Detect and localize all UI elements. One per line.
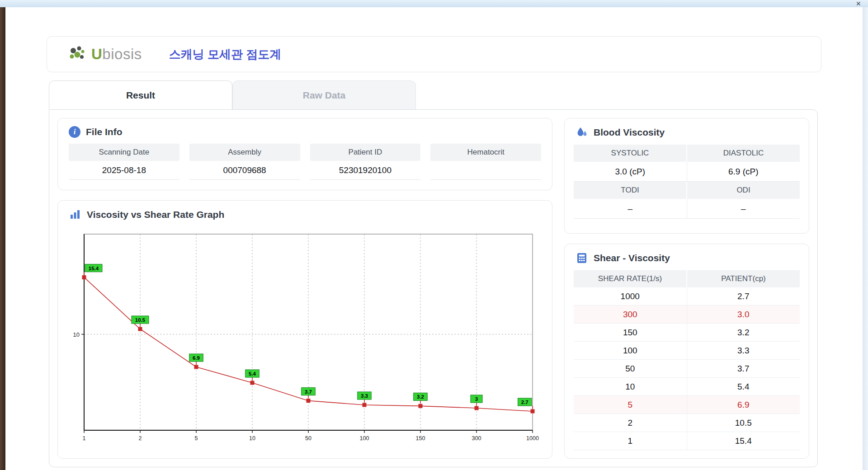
bv-metric-value: 3.0 (cP) — [574, 162, 687, 182]
file-info-title: File Info — [86, 127, 123, 137]
bv-value-row: 3.0 (cP)6.9 (cP) — [574, 162, 800, 182]
logo-wordmark: Ubiosis — [91, 46, 142, 63]
blood-viscosity-card: Blood Viscosity SYSTOLICDIASTOLIC3.0 (cP… — [564, 118, 809, 234]
data-point-label: 3.7 — [305, 389, 312, 395]
data-point-label: 6.9 — [193, 355, 200, 361]
shear-rate-value: 50 — [574, 360, 687, 378]
x-axis-tick-label: 2 — [138, 435, 142, 442]
graph-title: Viscosity vs Shear Rate Graph — [87, 209, 224, 220]
shear-column-header: PATIENT(cp) — [686, 270, 800, 287]
shear-viscosity-card: Shear - Viscosity SHEAR RATE(1/s)PATIENT… — [564, 244, 809, 459]
bv-label-row: SYSTOLICDIASTOLIC — [574, 145, 800, 162]
patient-viscosity-value: 10.5 — [687, 414, 800, 432]
tab-bar: Result Raw Data — [49, 80, 416, 109]
window-titlebar: × — [0, 0, 868, 7]
x-axis-tick-label: 300 — [472, 435, 481, 442]
table-icon — [576, 252, 588, 264]
data-point-label: 3.2 — [417, 394, 424, 400]
blood-viscosity-grid: SYSTOLICDIASTOLIC3.0 (cP)6.9 (cP)TODIODI… — [565, 144, 809, 219]
shear-rate-value: 300 — [574, 306, 687, 324]
file-info-field: Scanning Date2025-08-18 — [69, 144, 179, 180]
bv-metric-label: SYSTOLIC — [574, 145, 686, 162]
logo-leaf-icon — [68, 45, 89, 63]
data-point-marker — [250, 381, 254, 385]
viscosity-chart: 101251050100150300100015.410.56.95.43.73… — [68, 229, 542, 446]
field-label: Scanning Date — [69, 144, 179, 161]
app-title-korean: 스캐닝 모세관 점도계 — [169, 47, 281, 62]
field-value: 000709688 — [189, 161, 300, 180]
app-header: Ubiosis 스캐닝 모세관 점도계 — [47, 36, 821, 72]
graph-title-row: Viscosity vs Shear Rate Graph — [58, 201, 552, 226]
shear-table-row: 10002.7 — [574, 287, 800, 306]
shear-table-row: 1503.2 — [574, 324, 800, 342]
bar-chart-icon — [69, 208, 81, 221]
shear-table-row: 3003.0 — [574, 306, 800, 324]
bv-metric-value: – — [574, 199, 687, 219]
logo-letter-u: U — [91, 46, 102, 62]
tab-raw-data[interactable]: Raw Data — [232, 80, 416, 109]
right-column: Blood Viscosity SYSTOLICDIASTOLIC3.0 (cP… — [564, 118, 809, 459]
shear-rate-value: 150 — [574, 324, 687, 342]
info-icon: i — [69, 126, 80, 138]
shear-table-row: 210.5 — [574, 414, 800, 432]
x-axis-tick-label: 1000 — [526, 435, 539, 442]
shear-table-row: 1003.3 — [574, 342, 800, 360]
tab-result[interactable]: Result — [49, 80, 232, 109]
shear-rate-value: 5 — [574, 396, 687, 414]
file-info-field: Assembly000709688 — [189, 144, 300, 180]
patient-viscosity-value: 2.7 — [687, 287, 800, 306]
blood-viscosity-title: Blood Viscosity — [594, 127, 665, 138]
shear-rate-value: 10 — [574, 378, 687, 396]
data-point-label: 3.3 — [361, 393, 368, 399]
field-value: 2025-08-18 — [69, 161, 179, 180]
shear-column-header: SHEAR RATE(1/s) — [574, 270, 686, 287]
logo-letters-rest: biosis — [102, 46, 142, 62]
shear-rate-value: 2 — [574, 414, 687, 432]
patient-viscosity-value: 15.4 — [687, 432, 800, 450]
shear-table-header: SHEAR RATE(1/s)PATIENT(cp) — [574, 270, 800, 287]
desktop-background-right — [863, 0, 868, 470]
patient-viscosity-value: 5.4 — [687, 378, 800, 396]
file-info-field: Hematocrit — [430, 144, 541, 180]
file-info-fields: Scanning Date2025-08-18Assembly000709688… — [58, 143, 552, 180]
shear-table-row: 115.4 — [574, 432, 800, 450]
bv-value-row: –– — [574, 199, 800, 219]
data-point-label: 2.7 — [521, 400, 528, 405]
shear-table-row: 56.9 — [574, 396, 800, 414]
shear-table-body: 10002.73003.01503.21003.3503.7105.456.92… — [574, 287, 800, 450]
data-point-marker — [138, 327, 142, 331]
data-point-label: 10.5 — [135, 317, 145, 323]
file-info-field: Patient ID52301920100 — [310, 144, 421, 180]
shear-rate-value: 100 — [574, 342, 687, 360]
shear-table: SHEAR RATE(1/s)PATIENT(cp) 10002.73003.0… — [565, 269, 809, 455]
file-info-card: i File Info Scanning Date2025-08-18Assem… — [57, 118, 552, 190]
bv-label-row: TODIODI — [574, 182, 800, 199]
file-info-title-row: i File Info — [58, 118, 552, 143]
y-axis-tick-label: 10 — [73, 331, 79, 338]
data-point-marker — [194, 365, 198, 369]
data-point-label: 15.4 — [88, 266, 99, 271]
x-axis-tick-label: 100 — [359, 435, 369, 442]
patient-viscosity-value: 6.9 — [687, 396, 800, 414]
data-point-marker — [362, 403, 366, 407]
shear-rate-value: 1 — [574, 432, 687, 450]
bv-metric-label: DIASTOLIC — [686, 145, 800, 162]
data-point-marker — [474, 406, 478, 410]
patient-viscosity-value: 3.0 — [687, 306, 800, 324]
bv-metric-label: ODI — [686, 182, 800, 199]
left-column: i File Info Scanning Date2025-08-18Assem… — [57, 118, 552, 459]
close-icon[interactable]: × — [856, 0, 861, 8]
data-point-marker — [530, 409, 534, 414]
desktop-background-left — [0, 0, 5, 470]
field-label: Assembly — [189, 144, 300, 161]
bv-metric-value: – — [687, 199, 800, 219]
data-point-marker — [306, 399, 310, 403]
viscosity-graph-card: Viscosity vs Shear Rate Graph 1012510501… — [57, 200, 552, 459]
patient-viscosity-value: 3.2 — [687, 324, 800, 342]
ubiosis-logo: Ubiosis — [68, 45, 142, 63]
shear-table-row: 105.4 — [574, 378, 800, 396]
patient-viscosity-value: 3.7 — [687, 360, 800, 378]
data-point-marker — [418, 404, 422, 408]
x-axis-tick-label: 150 — [415, 435, 425, 442]
bv-metric-value: 6.9 (cP) — [687, 162, 800, 182]
